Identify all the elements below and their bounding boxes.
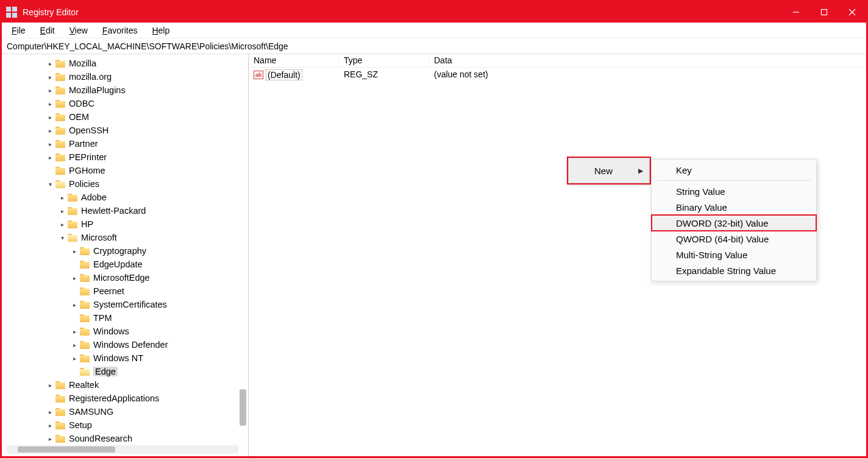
maximize-button[interactable] — [810, 2, 838, 23]
string-value-icon: ab — [254, 71, 263, 79]
tree-node-samsung[interactable]: ▸SAMSUNG — [2, 405, 248, 418]
tree-node-tpm[interactable]: TPM — [2, 311, 248, 325]
list-header: Name Type Data — [249, 54, 866, 68]
folder-icon — [80, 247, 90, 255]
column-header-type[interactable]: Type — [339, 54, 429, 67]
tree-node-windows[interactable]: ▸Windows — [2, 325, 248, 338]
folder-icon — [80, 328, 90, 336]
tree-node-cryptography[interactable]: ▸Cryptography — [2, 244, 248, 258]
folder-icon — [80, 287, 90, 295]
column-header-data[interactable]: Data — [429, 54, 866, 67]
tree-node-registeredapplications[interactable]: RegisteredApplications — [2, 392, 248, 405]
tree-node-edge[interactable]: Edge — [2, 365, 248, 378]
address-bar[interactable]: Computer\HKEY_LOCAL_MACHINE\SOFTWARE\Pol… — [2, 38, 866, 54]
window-title: Registry Editor — [23, 7, 79, 17]
folder-open-icon — [55, 180, 65, 188]
folder-icon — [55, 73, 65, 81]
list-row[interactable]: ab (Default) REG_SZ (value not set) — [249, 68, 866, 82]
folder-icon — [55, 435, 65, 443]
titlebar[interactable]: Registry Editor — [2, 2, 866, 23]
submenu-string-value[interactable]: String Value — [652, 183, 816, 199]
folder-icon — [80, 341, 90, 349]
context-submenu-new: Key String Value Binary Value DWORD (32-… — [651, 159, 817, 281]
folder-icon — [80, 301, 90, 309]
folder-icon — [55, 395, 65, 403]
tree-node-policies[interactable]: ▾Policies — [2, 177, 248, 191]
minimize-button[interactable] — [782, 2, 810, 23]
folder-icon — [55, 140, 65, 148]
tree-node-adobe[interactable]: ▸Adobe — [2, 191, 248, 204]
menu-bar: File Edit View Favorites Help — [2, 23, 866, 38]
folder-icon — [55, 100, 65, 108]
folder-icon — [68, 194, 77, 202]
registry-editor-window: Registry Editor File Edit View Favorites… — [0, 0, 868, 458]
registry-tree[interactable]: ▸Mozilla ▸mozilla.org ▸MozillaPlugins ▸O… — [2, 54, 248, 456]
folder-icon — [80, 314, 90, 322]
value-data: (value not set) — [429, 69, 866, 80]
folder-icon — [80, 274, 90, 282]
tree-node-mozillaplugins[interactable]: ▸MozillaPlugins — [2, 83, 248, 97]
address-text: Computer\HKEY_LOCAL_MACHINE\SOFTWARE\Pol… — [7, 41, 288, 51]
folder-icon — [55, 408, 65, 416]
submenu-qword-value[interactable]: QWORD (64-bit) Value — [652, 231, 816, 247]
tree-node-microsoftedge[interactable]: ▸MicrosoftEdge — [2, 271, 248, 284]
menu-help[interactable]: Help — [146, 24, 176, 37]
context-menu: New ▶ — [568, 158, 650, 183]
value-name: (Default) — [266, 69, 302, 80]
values-panel: Name Type Data ab (Default) REG_SZ (valu… — [249, 54, 866, 456]
tree-node-partner[interactable]: ▸Partner — [2, 137, 248, 150]
tree-node-peprinter[interactable]: ▸PEPrinter — [2, 150, 248, 164]
folder-icon — [55, 167, 65, 175]
folder-open-icon — [80, 368, 90, 376]
tree-node-mozillaorg[interactable]: ▸mozilla.org — [2, 70, 248, 83]
tree-node-microsoft[interactable]: ▾Microsoft — [2, 231, 248, 244]
tree-node-hp[interactable]: ▸HP — [2, 217, 248, 231]
column-header-name[interactable]: Name — [249, 54, 339, 67]
tree-node-peernet[interactable]: Peernet — [2, 284, 248, 298]
svg-rect-1 — [822, 10, 827, 15]
submenu-key[interactable]: Key — [652, 162, 816, 178]
tree-node-oem[interactable]: ▸OEM — [2, 110, 248, 124]
submenu-multistring-value[interactable]: Multi-String Value — [652, 247, 816, 262]
tree-node-windows-nt[interactable]: ▸Windows NT — [2, 351, 248, 365]
folder-icon — [55, 113, 65, 121]
tree-node-odbc[interactable]: ▸ODBC — [2, 97, 248, 110]
context-menu-new[interactable]: New ▶ — [569, 158, 649, 183]
submenu-dword-value[interactable]: DWORD (32-bit) Value — [652, 215, 816, 231]
folder-icon — [80, 354, 90, 362]
value-type: REG_SZ — [339, 69, 429, 80]
folder-icon — [68, 207, 77, 215]
folder-open-icon — [68, 234, 77, 242]
tree-node-pghome[interactable]: PGHome — [2, 164, 248, 177]
folder-icon — [55, 60, 65, 68]
tree-node-mozilla[interactable]: ▸Mozilla — [2, 57, 248, 70]
folder-icon — [55, 381, 65, 389]
folder-icon — [55, 421, 65, 429]
menu-separator — [656, 180, 811, 181]
menu-file[interactable]: File — [5, 24, 32, 37]
tree-node-realtek[interactable]: ▸Realtek — [2, 378, 248, 392]
tree-node-systemcertificates[interactable]: ▸SystemCertificates — [2, 298, 248, 311]
chevron-right-icon: ▶ — [638, 167, 643, 175]
menu-edit[interactable]: Edit — [34, 24, 61, 37]
app-icon — [5, 6, 18, 18]
folder-icon — [55, 86, 65, 94]
tree-node-edgeupdate[interactable]: EdgeUpdate — [2, 258, 248, 271]
tree-node-openssh[interactable]: ▸OpenSSH — [2, 124, 248, 137]
tree-vertical-scrollbar[interactable] — [240, 54, 246, 444]
folder-icon — [55, 153, 65, 161]
close-button[interactable] — [838, 2, 866, 23]
tree-panel: ▸Mozilla ▸mozilla.org ▸MozillaPlugins ▸O… — [2, 54, 249, 456]
submenu-expandablestring-value[interactable]: Expandable String Value — [652, 262, 816, 278]
folder-icon — [55, 127, 65, 135]
tree-node-setup[interactable]: ▸Setup — [2, 418, 248, 432]
tree-node-soundresearch[interactable]: ▸SoundResearch — [2, 432, 248, 445]
submenu-binary-value[interactable]: Binary Value — [652, 199, 816, 215]
tree-horizontal-scrollbar[interactable] — [7, 445, 238, 454]
menu-favorites[interactable]: Favorites — [96, 24, 144, 37]
tree-node-hewlett-packard[interactable]: ▸Hewlett-Packard — [2, 204, 248, 217]
tree-node-windows-defender[interactable]: ▸Windows Defender — [2, 338, 248, 351]
menu-view[interactable]: View — [63, 24, 94, 37]
folder-icon — [80, 261, 90, 269]
folder-icon — [68, 220, 77, 228]
